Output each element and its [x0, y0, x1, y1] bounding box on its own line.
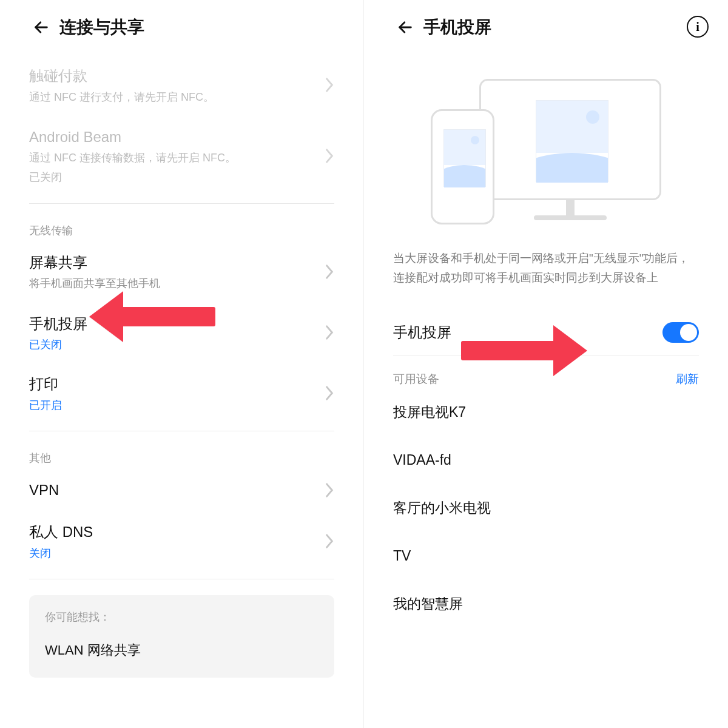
refresh-button[interactable]: 刷新: [676, 371, 699, 387]
suggestion-box: 你可能想找： WLAN 网络共享: [29, 595, 334, 678]
item-status: 已开启: [29, 398, 334, 413]
toggle-label: 手机投屏: [393, 323, 451, 342]
chevron-right-icon: [325, 264, 334, 280]
devices-label: 可用设备: [393, 371, 439, 387]
item-title: Android Beam: [29, 127, 334, 147]
header: 手机投屏: [364, 0, 728, 55]
back-button[interactable]: [29, 15, 53, 39]
page-title: 手机投屏: [423, 16, 491, 39]
item-title: 私人 DNS: [29, 522, 334, 542]
screen-cast: 手机投屏 当大屏设备和手机处于同一网络或开启"无线显示"功能后，连接配对成功即可…: [364, 0, 728, 728]
divider: [29, 431, 334, 431]
cast-illustration: [431, 79, 661, 224]
cast-description: 当大屏设备和手机处于同一网络或开启"无线显示"功能后，连接配对成功即可将手机画面…: [364, 243, 728, 288]
section-other: 其他: [29, 436, 334, 469]
device-item[interactable]: 我的智慧屏: [393, 579, 699, 628]
device-item[interactable]: VIDAA-fd: [393, 436, 699, 483]
item-status: 已关闭: [29, 170, 334, 185]
section-wireless: 无线传输: [29, 209, 334, 241]
item-vpn[interactable]: VPN: [29, 469, 334, 511]
settings-list: 触碰付款 通过 NFC 进行支付，请先开启 NFC。 Android Beam …: [0, 55, 363, 678]
suggestion-item[interactable]: WLAN 网络共享: [45, 641, 318, 659]
monitor-icon: [479, 79, 661, 200]
item-status: 关闭: [29, 546, 334, 561]
divider: [29, 579, 334, 579]
item-title: 手机投屏: [29, 314, 334, 334]
page-title: 连接与共享: [59, 16, 144, 39]
item-private-dns[interactable]: 私人 DNS 关闭: [29, 511, 334, 571]
item-subtitle: 通过 NFC 连接传输数据，请先开启 NFC。: [29, 150, 334, 166]
cast-toggle-row: 手机投屏: [393, 310, 699, 356]
item-title: 触碰付款: [29, 66, 334, 86]
item-print[interactable]: 打印 已开启: [29, 363, 334, 423]
info-button[interactable]: [687, 16, 709, 38]
chevron-right-icon: [325, 148, 334, 164]
devices-header: 可用设备 刷新: [393, 371, 699, 387]
cast-toggle[interactable]: [662, 322, 699, 343]
item-title: VPN: [29, 480, 334, 500]
screen-connection-sharing: 连接与共享 触碰付款 通过 NFC 进行支付，请先开启 NFC。 Android…: [0, 0, 364, 728]
item-subtitle: 通过 NFC 进行支付，请先开启 NFC。: [29, 90, 334, 105]
chevron-right-icon: [325, 385, 334, 401]
back-button[interactable]: [393, 15, 417, 39]
item-title: 打印: [29, 374, 334, 394]
item-screen-share[interactable]: 屏幕共享 将手机画面共享至其他手机: [29, 241, 334, 303]
arrow-left-icon: [33, 19, 50, 36]
chevron-right-icon: [325, 482, 334, 498]
arrow-left-icon: [397, 19, 414, 36]
item-status: 已关闭: [29, 337, 334, 352]
suggestion-hint: 你可能想找：: [45, 610, 318, 624]
divider: [29, 203, 334, 204]
header: 连接与共享: [0, 0, 363, 55]
device-item[interactable]: TV: [393, 532, 699, 579]
chevron-right-icon: [325, 325, 334, 340]
device-item[interactable]: 客厅的小米电视: [393, 483, 699, 532]
device-item[interactable]: 投屏电视K7: [393, 387, 699, 436]
item-subtitle: 将手机画面共享至其他手机: [29, 276, 334, 291]
item-tap-pay[interactable]: 触碰付款 通过 NFC 进行支付，请先开启 NFC。: [29, 55, 334, 116]
item-title: 屏幕共享: [29, 252, 334, 273]
item-cast[interactable]: 手机投屏 已关闭: [29, 303, 334, 363]
phone-icon: [431, 109, 494, 224]
item-android-beam[interactable]: Android Beam 通过 NFC 连接传输数据，请先开启 NFC。 已关闭: [29, 116, 334, 196]
chevron-right-icon: [325, 533, 334, 549]
chevron-right-icon: [325, 77, 334, 93]
